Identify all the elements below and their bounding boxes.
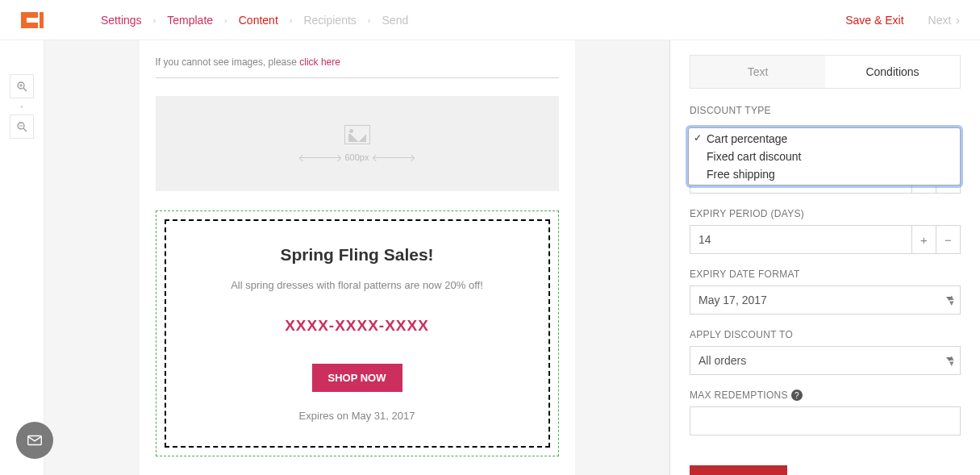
option-free-shipping[interactable]: Free shipping	[689, 165, 960, 183]
promo-title: Spring Fling Sales!	[182, 245, 532, 265]
app-logo	[20, 11, 44, 29]
option-cart-percentage[interactable]: Cart percentage	[689, 130, 960, 148]
top-bar: Settings › Template › Content › Recipien…	[0, 0, 980, 40]
breadcrumb: Settings › Template › Content › Recipien…	[101, 14, 845, 27]
image-icon	[344, 125, 370, 144]
conditions-form: DISCOUNT TYPE Cart percentage Fixed cart…	[670, 89, 980, 450]
sidebar-tabs: Text Conditions	[690, 55, 961, 89]
right-sidebar: Text Conditions DISCOUNT TYPE Cart perce…	[669, 40, 980, 475]
floating-mail-button[interactable]	[16, 422, 53, 459]
save-close-button[interactable]: Save & Close	[690, 465, 787, 475]
label-expiry-period: EXPIRY PERIOD (DAYS)	[690, 208, 961, 219]
email-canvas[interactable]: If you cannot see images, please click h…	[44, 40, 669, 475]
step-content[interactable]: Content	[239, 14, 278, 27]
step-settings[interactable]: Settings	[101, 14, 142, 27]
cant-see-images-text: If you cannot see images, please click h…	[156, 56, 559, 78]
email-body: If you cannot see images, please click h…	[140, 40, 575, 475]
shop-now-button[interactable]: SHOP NOW	[312, 364, 402, 392]
step-recipients: Recipients	[303, 14, 356, 27]
chevron-right-icon: ›	[368, 15, 371, 25]
max-redemptions-input[interactable]	[690, 406, 961, 435]
discount-type-dropdown[interactable]: Cart percentage Fixed cart discount Free…	[688, 127, 961, 185]
coupon-code: XXXX-XXXX-XXXX	[190, 306, 524, 346]
selected-block-outer[interactable]: Spring Fling Sales! All spring dresses w…	[156, 210, 559, 456]
help-icon[interactable]: ?	[791, 390, 803, 401]
expiry-period-input[interactable]	[690, 225, 912, 254]
step-send: Send	[382, 14, 409, 27]
tab-conditions[interactable]: Conditions	[825, 56, 960, 88]
left-rail: ●	[0, 40, 44, 475]
promo-block: Spring Fling Sales! All spring dresses w…	[165, 219, 550, 448]
top-actions: Save & Exit Next ›	[845, 14, 960, 27]
label-apply-to: APPLY DISCOUNT TO	[690, 329, 961, 340]
save-exit-link[interactable]: Save & Exit	[845, 14, 903, 27]
expiry-format-select[interactable]: May 17, 2017	[690, 285, 961, 315]
expiry-increment-button[interactable]: +	[912, 225, 936, 254]
chevron-right-icon: ›	[224, 15, 227, 25]
label-max-redemptions: MAX REDEMPTIONS ?	[690, 390, 961, 401]
tab-text[interactable]: Text	[690, 56, 825, 88]
sidebar-footer: Save & Close Cancel	[670, 450, 980, 475]
click-here-link[interactable]: click here	[299, 56, 340, 68]
image-width-indicator: 600px	[300, 152, 415, 162]
rail-divider: ●	[10, 98, 34, 115]
step-template[interactable]: Template	[167, 14, 213, 27]
svg-line-5	[23, 128, 27, 131]
label-discount-type: DISCOUNT TYPE	[690, 105, 961, 116]
expiry-decrement-button[interactable]: −	[936, 225, 961, 254]
option-fixed-cart-discount[interactable]: Fixed cart discount	[689, 148, 960, 165]
chevron-right-icon: ›	[956, 14, 960, 27]
chevron-right-icon: ›	[290, 15, 293, 25]
next-button: Next ›	[928, 14, 960, 27]
svg-line-1	[23, 88, 27, 91]
svg-rect-7	[28, 436, 42, 445]
next-label: Next	[928, 14, 952, 27]
zoom-out-button[interactable]	[10, 115, 34, 139]
promo-subtitle: All spring dresses with floral patterns …	[182, 279, 532, 291]
expires-text: Expires on May 31, 2017	[182, 410, 532, 422]
chevron-right-icon: ›	[153, 15, 156, 25]
label-expiry-format: EXPIRY DATE FORMAT	[690, 269, 961, 280]
mail-icon	[26, 431, 44, 449]
zoom-in-button[interactable]	[10, 74, 34, 98]
image-placeholder-block[interactable]: 600px	[156, 96, 559, 191]
apply-discount-select[interactable]: All orders	[690, 346, 961, 375]
